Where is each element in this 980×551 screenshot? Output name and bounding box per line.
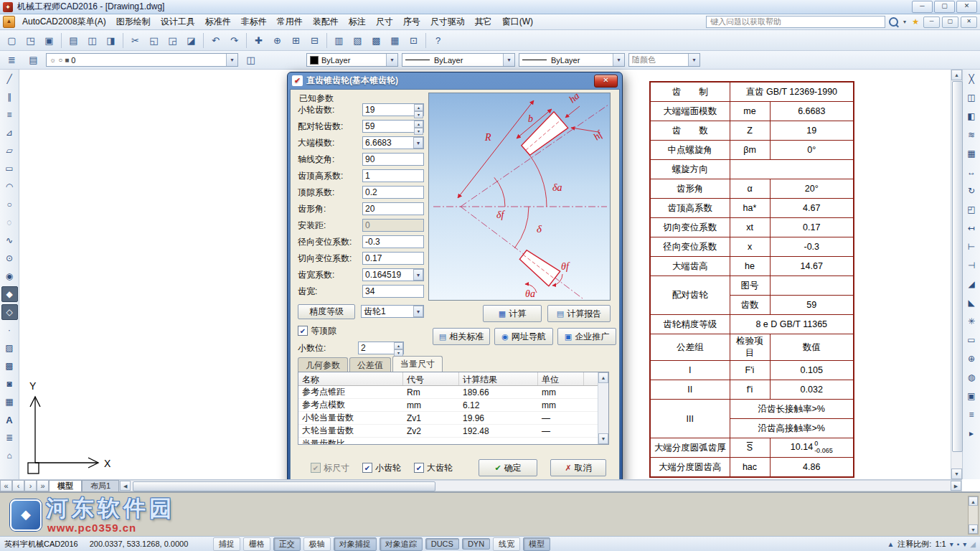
small-gear-checkbox[interactable]: ✔小齿轮 (362, 462, 401, 474)
menu-dimension[interactable]: 尺寸 (371, 14, 398, 30)
layer-combo-arrow[interactable]: ▾ (226, 54, 237, 66)
mating-gear-teeth-input[interactable]: ▴▾ (362, 120, 424, 133)
menu-window[interactable]: 窗口(W) (497, 14, 538, 30)
new-file-icon[interactable]: ▢ (3, 32, 21, 50)
explode-icon[interactable]: ▭ (963, 332, 980, 348)
toggle-ducs[interactable]: DUCS (425, 538, 459, 550)
menu-app-icon[interactable]: ▲ (3, 16, 15, 28)
enterprise-promo-button[interactable]: ▣企业推广 (557, 328, 616, 345)
big-gear-checkbox[interactable]: ✔大齿轮 (414, 462, 453, 474)
lineweight-combo[interactable]: ByLayer ▾ (519, 53, 625, 67)
menu-common-parts[interactable]: 常用件 (272, 14, 308, 30)
menu-nonstandard-parts[interactable]: 非标件 (236, 14, 272, 30)
dialog-title-bar[interactable]: ✔ 直齿锥齿轮(基本锥齿轮) ✕ (290, 72, 620, 89)
shaft-angle-input[interactable] (362, 153, 424, 166)
fillet-icon[interactable]: ✳ (963, 314, 980, 329)
donut-icon[interactable]: ◉ (1, 268, 18, 284)
combo-arrow-icon[interactable]: ▾ (413, 269, 423, 281)
cut-icon[interactable]: ✂ (126, 32, 144, 50)
join-icon[interactable]: ⊕ (963, 351, 980, 367)
maximize-button[interactable]: ▢ (934, 1, 955, 13)
lineweight-combo-arrow[interactable]: ▾ (613, 54, 624, 66)
document-restore-button[interactable]: ▢ (942, 17, 958, 28)
tab-layout1[interactable]: 布局1 (82, 480, 119, 491)
result-row[interactable]: 参考点锥距Rm189.66mm (298, 386, 608, 399)
result-row[interactable]: 参考点模数mm6.12mm (298, 399, 608, 412)
dialog-close-button[interactable]: ✕ (594, 75, 618, 88)
paste-icon[interactable]: ◲ (164, 32, 182, 50)
hatch-icon[interactable]: ▨ (1, 340, 18, 356)
zoom-window-icon[interactable]: ⊞ (287, 32, 305, 50)
layer-combo[interactable]: ☼ ○ ■ 0 ▾ (46, 53, 238, 67)
ok-button[interactable]: ✔确定 (479, 459, 537, 476)
decimal-input[interactable]: ▴▾ (358, 342, 404, 354)
pressure-angle-value[interactable] (362, 202, 424, 215)
offset-icon[interactable]: ≋ (963, 127, 980, 143)
gear-select-combo[interactable]: ▾ (361, 305, 424, 318)
text-icon[interactable]: A (1, 412, 18, 428)
layer-states-icon[interactable]: ▤ (24, 51, 42, 69)
scroll-down-icon[interactable]: ▼ (598, 433, 608, 444)
annotation-visibility-icon[interactable]: ▲ (887, 540, 894, 548)
plotstyle-combo[interactable]: 随颜色 ▾ (628, 53, 700, 67)
addendum-coef-input[interactable] (362, 169, 424, 182)
plot-icon[interactable]: ▤ (65, 32, 83, 50)
color-combo[interactable]: ByLayer ▾ (306, 53, 398, 67)
tab-tolerance[interactable]: 公差值 (349, 357, 391, 372)
copy-object-icon[interactable]: ◫ (963, 90, 980, 105)
result-table-scrollbar[interactable]: ▲ ▼ (598, 372, 608, 444)
open-file-icon[interactable]: ◳ (22, 32, 39, 50)
calc-report-button[interactable]: ▤计算报告 (547, 305, 611, 322)
scroll-up-icon[interactable]: ▲ (598, 372, 608, 383)
result-row[interactable]: 当量齿数比 (298, 438, 608, 445)
properties-icon[interactable]: ▥ (330, 32, 348, 50)
region-icon[interactable]: ◙ (1, 376, 18, 392)
checkbox-icon[interactable]: ✔ (362, 463, 372, 473)
face-width-coef-combo[interactable]: ▾ (362, 268, 424, 281)
color-combo-arrow[interactable]: ▾ (386, 54, 397, 66)
mirror-icon[interactable]: ◧ (963, 108, 980, 124)
document-minimize-button[interactable]: ─ (923, 17, 940, 28)
toolbar-lock-icon[interactable]: ▪ (957, 540, 960, 548)
layer-properties-icon[interactable]: ≣ (3, 51, 21, 69)
table-icon[interactable]: ▦ (1, 394, 18, 410)
menu-assembly-parts[interactable]: 装配件 (308, 14, 344, 30)
create-block-icon[interactable]: ◇ (1, 304, 18, 320)
menu-autocad2008[interactable]: AutoCAD2008菜单(A) (17, 14, 111, 30)
checkbox-icon[interactable]: ✔ (414, 463, 424, 473)
document-close-button[interactable]: ✕ (961, 17, 977, 28)
face-width-input[interactable] (362, 285, 424, 298)
publish-icon[interactable]: ◨ (102, 32, 120, 50)
scroll-up-icon[interactable]: ▲ (969, 496, 978, 506)
quick-calc-icon[interactable]: ⊡ (405, 32, 423, 50)
wipeout-icon[interactable]: ⌂ (1, 448, 18, 463)
canvas-vertical-scrollbar[interactable]: ▲ ▼ (951, 70, 962, 479)
tab-equivalent[interactable]: 当量尺寸 (392, 356, 443, 372)
toggle-lineweight[interactable]: 线宽 (493, 537, 520, 551)
break-icon[interactable]: ◢ (963, 276, 980, 292)
command-scrollbar[interactable]: ▲ ▼ (968, 496, 979, 534)
undo-icon[interactable]: ↶ (207, 32, 225, 50)
construction-line-icon[interactable]: ∥ (1, 89, 18, 105)
minimize-button[interactable]: ─ (912, 1, 933, 13)
toggle-otrack[interactable]: 对象追踪 (380, 537, 423, 551)
pan-icon[interactable]: ✚ (250, 32, 268, 50)
linetype-combo[interactable]: ByLayer ▾ (402, 53, 515, 67)
linetype-combo-arrow[interactable]: ▾ (503, 54, 514, 66)
scrollbar-thumb[interactable] (133, 481, 435, 491)
addendum-coef-value[interactable] (362, 169, 424, 182)
tool-palettes-icon[interactable]: ▩ (367, 32, 385, 50)
spinner[interactable]: ▴▾ (414, 121, 423, 132)
stretch-icon[interactable]: ↤ (963, 220, 980, 236)
spline-icon[interactable]: ∿ (1, 232, 18, 248)
small-gear-teeth-input[interactable]: ▴▾ (362, 103, 424, 116)
tangential-shift-coef-value[interactable] (362, 252, 424, 265)
radial-shift-coef-input[interactable] (362, 235, 424, 248)
array-icon[interactable]: ▦ (963, 146, 980, 161)
mtext-icon[interactable]: ≣ (1, 430, 18, 446)
pressure-angle-input[interactable] (362, 202, 424, 215)
align-icon[interactable]: ▣ (963, 388, 980, 404)
result-row[interactable]: 大轮当量齿数Zv2192.48— (298, 425, 608, 438)
first-tab-icon[interactable]: « (0, 480, 12, 491)
search-icon[interactable] (889, 17, 898, 27)
